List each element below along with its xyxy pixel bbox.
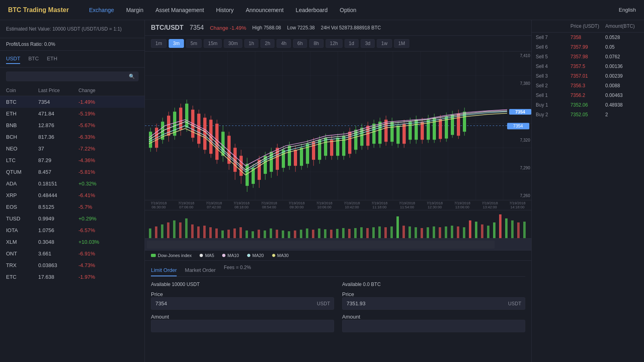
chart-scroll[interactable]	[145, 239, 531, 251]
ma10: MA10	[222, 253, 239, 258]
tab-limit-order[interactable]: Limit Order	[151, 265, 177, 276]
list-item[interactable]: ONT 3.661 -6.91%	[0, 248, 144, 259]
date-label: 7/19/2018 10:06:00	[316, 201, 332, 209]
svg-rect-150	[276, 230, 278, 239]
table-row[interactable]: Sell 7 7358 0.0528	[532, 33, 644, 42]
svg-rect-137	[197, 226, 200, 239]
nav-asset[interactable]: Asset Management	[155, 7, 204, 13]
svg-rect-160	[336, 229, 339, 239]
sell-amount-input[interactable]	[342, 320, 525, 332]
svg-rect-186	[493, 222, 495, 239]
list-item[interactable]: LTC 87.29 -4.36%	[0, 154, 144, 166]
svg-rect-180	[457, 226, 459, 239]
list-item[interactable]: BTC 7354 -1.49%	[0, 96, 144, 108]
buy-price-input[interactable]	[151, 297, 334, 310]
svg-rect-156	[312, 230, 314, 239]
tf-btn-1m[interactable]: 1M	[394, 39, 410, 48]
nav-announcement[interactable]: Announcement	[246, 7, 283, 13]
list-item[interactable]: NEO 37 -7.22%	[0, 143, 144, 154]
profit-ratio: Profit/Loss Ratio: 0.0%	[0, 38, 144, 51]
nav-margin[interactable]: Margin	[126, 7, 143, 13]
buy-amount-input[interactable]	[151, 320, 334, 332]
tf-btn-1d[interactable]: 1d	[345, 39, 359, 48]
svg-rect-191	[523, 222, 526, 239]
list-item[interactable]: QTUM 8.457 -5.81%	[0, 166, 144, 178]
chart-vol: 24H Vol 52873.888918 BTC	[321, 25, 381, 31]
nav-leaderboard[interactable]: Leaderboard	[296, 7, 328, 13]
buy-price-input-wrap: USDT	[151, 297, 334, 310]
date-label: 7/19/2018 07:06:00	[178, 201, 194, 209]
list-item[interactable]: XLM 0.3048 +10.03%	[0, 236, 144, 248]
tab-btc[interactable]: BTC	[28, 56, 39, 64]
table-row[interactable]: Sell 6 7357.99 0.05	[532, 42, 644, 52]
list-item[interactable]: BCH 817.36 -6.33%	[0, 131, 144, 143]
scroll-thumb[interactable]	[147, 241, 495, 249]
date-label: 7/19/2018 10:42:00	[344, 201, 360, 209]
tf-btn-30m[interactable]: 30m	[224, 39, 242, 48]
ma30-icon	[272, 254, 275, 257]
list-item[interactable]: IOTA 1.0756 -6.57%	[0, 224, 144, 236]
svg-rect-166	[372, 227, 375, 239]
tab-market-order[interactable]: Market Order	[185, 265, 216, 276]
order-tabs: Limit Order Market Order Fees = 0.2%	[151, 265, 525, 277]
tf-btn-3m[interactable]: 3m	[169, 39, 184, 48]
list-item[interactable]: BNB 12.876 -5.67%	[0, 119, 144, 131]
table-row[interactable]: Sell 2 7356.3 0.0088	[532, 81, 644, 90]
list-item[interactable]: TRX 0.03863 -4.73%	[0, 259, 144, 271]
tf-btn-1m[interactable]: 1m	[151, 39, 167, 48]
list-item[interactable]: ETC 17.638 -1.97%	[0, 271, 144, 283]
table-row[interactable]: Buy 1 7352.06 0.48938	[532, 100, 644, 110]
coin-table-header: Coin Last Price Change	[0, 85, 144, 96]
list-item[interactable]: XRP 0.48444 -6.41%	[0, 189, 144, 201]
tf-btn-1w[interactable]: 1w	[377, 39, 392, 48]
svg-rect-136	[191, 224, 194, 239]
svg-rect-176	[433, 226, 435, 239]
table-row[interactable]: Sell 4 7357.5 0.00136	[532, 62, 644, 71]
svg-rect-139	[209, 227, 212, 239]
svg-rect-138	[203, 226, 206, 239]
date-label: 7/19/2018 07:42:00	[206, 201, 222, 209]
list-item[interactable]: EOS 8.5125 -5.7%	[0, 201, 144, 213]
list-item[interactable]: ADA 0.18151 +0.32%	[0, 178, 144, 189]
left-panel: Estimated Net Value: 10000 USDT (USDT/US…	[0, 20, 145, 362]
table-row[interactable]: Sell 5 7357.98 0.0762	[532, 52, 644, 62]
nav-exchange[interactable]: Exchange	[89, 7, 114, 13]
tf-btn-6h[interactable]: 6h	[293, 39, 307, 48]
nav-history[interactable]: History	[216, 7, 234, 13]
svg-rect-173	[415, 227, 417, 239]
table-row[interactable]: Sell 3 7357.01 0.00239	[532, 71, 644, 81]
svg-rect-163	[354, 228, 357, 239]
ma5-icon	[200, 254, 203, 257]
language-selector[interactable]: English	[619, 7, 636, 13]
svg-rect-145	[246, 230, 248, 239]
svg-rect-172	[409, 226, 411, 239]
ob-buys: Buy 1 7352.06 0.48938 Buy 2 7352.05 2	[532, 100, 644, 119]
tab-usdt[interactable]: USDT	[6, 56, 20, 64]
ma5: MA5	[200, 253, 214, 258]
sell-price-input-wrap: USDT	[342, 297, 525, 310]
table-row[interactable]: Buy 2 7352.05 2	[532, 110, 644, 119]
dji-icon	[151, 254, 156, 257]
tf-btn-12h[interactable]: 12h	[326, 39, 343, 48]
svg-rect-158	[324, 229, 326, 239]
tf-btn-15m[interactable]: 15m	[204, 39, 222, 48]
tf-btn-2h[interactable]: 2h	[260, 39, 275, 48]
search-input[interactable]	[10, 74, 129, 79]
tf-btn-5m[interactable]: 5m	[186, 39, 202, 48]
list-item[interactable]: ETH 471.84 -5.19%	[0, 108, 144, 119]
tf-btn-4h[interactable]: 4h	[277, 39, 291, 48]
coin-list: BTC 7354 -1.49% ETH 471.84 -5.19% BNB 12…	[0, 96, 144, 283]
sell-amount-input-wrap	[342, 320, 525, 332]
table-row[interactable]: Sell 1 7356.2 0.00463	[532, 90, 644, 100]
chart-low: Low 7225.38	[287, 25, 315, 31]
sell-price-input[interactable]	[342, 297, 525, 310]
tf-btn-8h[interactable]: 8h	[309, 39, 323, 48]
nav-option[interactable]: Option	[340, 7, 356, 13]
ob-sells: Sell 7 7358 0.0528 Sell 6 7357.99 0.05 S…	[532, 33, 644, 100]
buy-price-unit: USDT	[317, 301, 330, 306]
tf-btn-1h[interactable]: 1h	[244, 39, 258, 48]
list-item[interactable]: TUSD 0.9949 +0.29%	[0, 213, 144, 224]
buy-column: Available 10000 USDT Price USDT Amount	[151, 282, 334, 336]
tf-btn-3d[interactable]: 3d	[361, 39, 375, 48]
tab-eth[interactable]: ETH	[47, 56, 57, 64]
